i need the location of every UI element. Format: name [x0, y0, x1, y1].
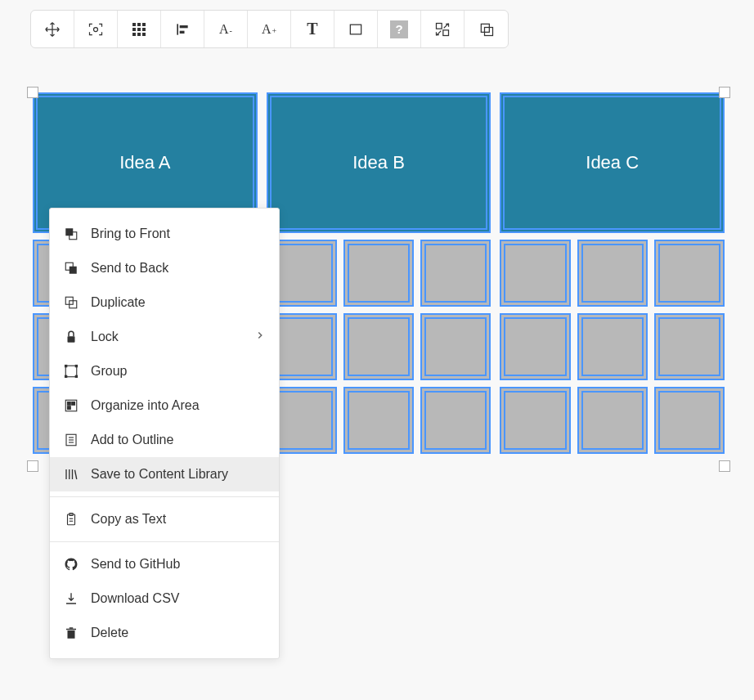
grid-group: [500, 313, 725, 380]
menu-item-send-to-back[interactable]: Send to Back: [50, 251, 279, 285]
menu-item-organize-area[interactable]: Organize into Area: [50, 388, 279, 423]
svg-rect-38: [66, 629, 76, 630]
rectangle-icon: [348, 21, 364, 38]
rectangle-tool-button[interactable]: [334, 11, 378, 47]
grid-cell[interactable]: [343, 313, 414, 380]
svg-rect-24: [68, 406, 71, 410]
selection-handle-top-right[interactable]: [719, 87, 730, 98]
idea-card[interactable]: Idea C: [500, 92, 725, 233]
grid-cell[interactable]: [420, 240, 491, 307]
menu-item-label: Download CSV: [91, 591, 180, 606]
idea-label: Idea C: [586, 152, 639, 173]
svg-rect-19: [65, 375, 67, 377]
send-back-icon: [63, 260, 79, 276]
svg-rect-18: [75, 366, 77, 367]
selection-handle-bottom-right[interactable]: [719, 460, 730, 472]
chevron-right-icon: [254, 330, 266, 344]
svg-rect-37: [68, 630, 75, 639]
swap-icon: [434, 21, 451, 38]
idea-card[interactable]: Idea B: [267, 92, 491, 233]
svg-rect-39: [70, 627, 74, 629]
menu-item-duplicate[interactable]: Duplicate: [50, 285, 279, 320]
grid-cell[interactable]: [500, 240, 570, 307]
menu-item-label: Group: [91, 364, 127, 379]
context-menu: Bring to FrontSend to BackDuplicateLockG…: [49, 208, 280, 659]
menu-item-label: Send to Back: [91, 261, 168, 276]
github-icon: [63, 556, 79, 572]
menu-item-bring-to-front[interactable]: Bring to Front: [50, 217, 279, 251]
help-icon: ?: [390, 20, 408, 38]
svg-line-32: [75, 470, 77, 479]
menu-item-save-library[interactable]: Save to Content Library: [50, 457, 279, 491]
svg-rect-1: [177, 24, 178, 34]
grid-cell[interactable]: [500, 313, 570, 380]
grid-group: [500, 240, 725, 307]
grid-cell[interactable]: [500, 387, 570, 454]
grid-cell[interactable]: [343, 240, 414, 307]
grid-cell[interactable]: [577, 240, 648, 307]
svg-rect-20: [75, 375, 77, 377]
menu-separator: [50, 541, 279, 542]
text-icon: T: [307, 20, 317, 38]
svg-rect-5: [437, 23, 442, 29]
send-behind-button[interactable]: [465, 11, 508, 47]
menu-item-lock[interactable]: Lock: [50, 320, 279, 354]
bring-front-icon: [63, 226, 79, 242]
group-icon: [63, 363, 79, 379]
font-decrease-button[interactable]: A-: [204, 11, 248, 47]
selection-handle-top-left[interactable]: [27, 87, 38, 98]
menu-item-label: Bring to Front: [91, 227, 170, 241]
menu-item-label: Duplicate: [91, 295, 146, 310]
grid-cell[interactable]: [654, 387, 725, 454]
grid-dots-icon: [132, 23, 146, 36]
menu-item-send-github[interactable]: Send to GitHub: [50, 547, 279, 581]
menu-item-delete[interactable]: Delete: [50, 616, 279, 650]
grid-cell[interactable]: [577, 313, 648, 380]
grid-cell[interactable]: [420, 387, 491, 454]
menu-item-label: Organize into Area: [91, 398, 200, 413]
grid-cell[interactable]: [654, 240, 725, 307]
svg-rect-22: [68, 402, 71, 406]
menu-item-download-csv[interactable]: Download CSV: [50, 581, 279, 616]
menu-item-add-outline[interactable]: Add to Outline: [50, 423, 279, 457]
menu-item-label: Lock: [91, 330, 119, 344]
menu-item-label: Copy as Text: [91, 512, 166, 527]
svg-rect-8: [484, 27, 492, 35]
svg-point-0: [94, 27, 98, 31]
help-button[interactable]: ?: [378, 11, 421, 47]
align-icon: [174, 21, 191, 38]
focus-tool-button[interactable]: [74, 11, 118, 47]
menu-item-label: Add to Outline: [91, 433, 173, 447]
move-tool-button[interactable]: [31, 11, 74, 47]
font-increase-button[interactable]: A+: [248, 11, 291, 47]
text-style-button[interactable]: T: [291, 11, 334, 47]
grid-cell[interactable]: [577, 387, 648, 454]
menu-separator: [50, 496, 279, 497]
svg-rect-15: [68, 336, 75, 343]
grid-cell[interactable]: [654, 313, 725, 380]
lock-icon: [63, 329, 79, 345]
menu-item-label: Send to GitHub: [91, 557, 180, 572]
swap-tool-button[interactable]: [421, 11, 465, 47]
menu-item-copy-text[interactable]: Copy as Text: [50, 502, 279, 536]
font-increase-icon: A+: [262, 22, 276, 37]
grid-cell[interactable]: [420, 313, 491, 380]
grid-cell[interactable]: [343, 387, 414, 454]
move-icon: [44, 21, 61, 38]
library-icon: [63, 466, 79, 482]
focus-icon: [88, 21, 104, 38]
grid-group: [267, 240, 491, 307]
svg-rect-4: [350, 25, 361, 34]
svg-rect-2: [180, 25, 188, 28]
selection-handle-bottom-left[interactable]: [27, 460, 38, 472]
trash-icon: [63, 625, 79, 641]
menu-item-group[interactable]: Group: [50, 354, 279, 388]
grid-tool-button[interactable]: [118, 11, 161, 47]
idea-label: Idea B: [352, 152, 405, 173]
svg-rect-3: [180, 30, 185, 33]
svg-rect-6: [443, 29, 449, 35]
align-tool-button[interactable]: [161, 11, 204, 47]
menu-item-label: Save to Content Library: [91, 467, 228, 482]
font-decrease-icon: A-: [219, 22, 232, 37]
clipboard-icon: [63, 511, 79, 527]
